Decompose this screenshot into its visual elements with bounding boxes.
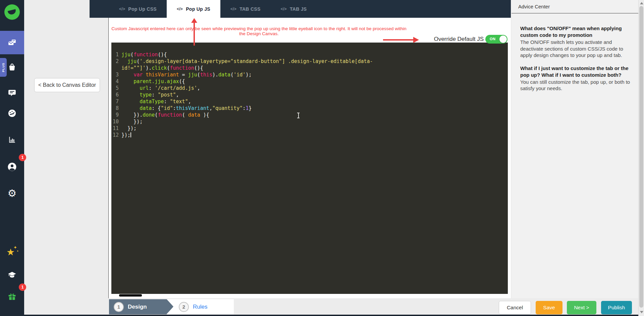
line-number bbox=[111, 65, 121, 71]
sidebar-item-analytics[interactable] bbox=[0, 129, 24, 150]
code-line[interactable]: 9 }).done(function( data ){ bbox=[111, 112, 508, 118]
step-design[interactable]: 1 Design bbox=[109, 299, 167, 314]
code-line[interactable]: 4 parent.jju.ajax({ bbox=[111, 78, 508, 85]
sidebar-item-messages[interactable] bbox=[0, 82, 24, 103]
sidebar-item-promotions[interactable] bbox=[0, 31, 24, 54]
red-arrow-right-shaft bbox=[383, 39, 414, 41]
code-tag-icon: </> bbox=[281, 7, 287, 11]
tab-label: Pop Up CSS bbox=[128, 6, 157, 12]
advice-answer: The ON/OFF switch lets you activate and … bbox=[520, 39, 631, 59]
line-number: 11 bbox=[111, 125, 121, 132]
step-2-label: Rules bbox=[193, 304, 207, 310]
publish-button[interactable]: Publish bbox=[601, 301, 632, 314]
justuno-logo[interactable] bbox=[0, 0, 24, 24]
line-number: 7 bbox=[111, 98, 121, 105]
line-number: 12 bbox=[111, 132, 121, 138]
chat-bubble-icon bbox=[8, 88, 16, 97]
line-number: 10 bbox=[111, 118, 121, 125]
sidebar-item-whats-new[interactable]: ★ ✦ ✦ bbox=[0, 241, 24, 262]
page-scrollbar[interactable] bbox=[638, 0, 644, 316]
shopping-bag-icon bbox=[8, 63, 16, 71]
line-number: 6 bbox=[111, 91, 121, 98]
advice-question: What does "ON/OFF" mean when applying cu… bbox=[520, 25, 631, 39]
gauge-icon bbox=[7, 109, 17, 118]
code-line[interactable]: 10 }); bbox=[111, 118, 508, 125]
app-window: PLUS bbox=[0, 0, 644, 316]
code-tag-icon: </> bbox=[177, 7, 183, 11]
sidebar-item-settings[interactable]: ⚙ bbox=[0, 183, 24, 204]
tab-tab-js[interactable]: </>TAB JS bbox=[271, 0, 317, 18]
tab-label: TAB JS bbox=[290, 6, 307, 12]
line-number: 3 bbox=[111, 71, 121, 78]
line-number: 9 bbox=[111, 112, 121, 118]
advice-answer: You can still customize the tab, pop up,… bbox=[520, 79, 631, 92]
scroll-down-icon[interactable] bbox=[640, 311, 643, 313]
code-tag-icon: </> bbox=[119, 7, 125, 11]
code-line[interactable]: id!=""]').click(function(){ bbox=[111, 65, 508, 71]
graduation-cap-icon bbox=[7, 270, 17, 279]
code-line[interactable]: 7 dataType: "text", bbox=[111, 98, 508, 105]
code-tabs: </>Pop Up CSS</>Pop Up JS</>TAB CSS</>TA… bbox=[90, 0, 511, 18]
tab-label: TAB CSS bbox=[239, 6, 261, 12]
mouse-ibeam-cursor bbox=[297, 113, 300, 118]
cancel-button[interactable]: Cancel bbox=[499, 301, 531, 314]
code-line[interactable]: 6 type: "post", bbox=[111, 91, 508, 98]
line-number: 8 bbox=[111, 105, 121, 112]
code-line[interactable]: 8 data: {"id":thisVariant,"quantity":1} bbox=[111, 105, 508, 112]
code-line[interactable]: 12}); bbox=[111, 132, 508, 138]
sidebar-item-dashboard[interactable] bbox=[0, 103, 24, 124]
footer-bar: 1 Design 2 Rules Cancel Save Next > Publ… bbox=[24, 298, 644, 315]
red-arrow-up-shaft bbox=[194, 22, 195, 46]
tab-pop-up-css[interactable]: </>Pop Up CSS bbox=[109, 0, 167, 18]
advice-center-title: Advice Center bbox=[512, 0, 638, 13]
editor-hscrollbar-thumb[interactable] bbox=[119, 294, 142, 297]
code-line[interactable]: 11 }); bbox=[111, 125, 508, 132]
gear-icon: ⚙ bbox=[8, 188, 17, 198]
tab-pop-up-js[interactable]: </>Pop Up JS bbox=[167, 0, 220, 18]
line-number: 4 bbox=[111, 78, 121, 85]
code-line[interactable]: 5 url: '/cart/add.js', bbox=[111, 85, 508, 91]
text-caret bbox=[130, 132, 131, 137]
step-rules[interactable]: 2 Rules bbox=[167, 299, 234, 314]
advice-question: What if I just want to customize the tab… bbox=[520, 65, 631, 78]
window-bottom-edge bbox=[0, 315, 644, 316]
gift-badge: 1 bbox=[19, 283, 26, 291]
tab-label: Pop Up JS bbox=[186, 6, 210, 12]
gift-icon bbox=[7, 292, 17, 301]
scroll-up-icon[interactable] bbox=[640, 2, 643, 4]
override-default-js-toggle[interactable]: ON bbox=[485, 35, 507, 44]
back-to-canvas-button[interactable]: < Back to Canvas Editor bbox=[34, 78, 100, 92]
sidebar-item-commerce[interactable] bbox=[0, 57, 24, 77]
page-scrollbar-thumb[interactable] bbox=[639, 6, 643, 308]
advice-center-panel: Advice Center What does "ON/OFF" mean wh… bbox=[512, 0, 638, 298]
account-badge: 1 bbox=[19, 154, 26, 161]
step-2-number: 2 bbox=[179, 302, 189, 312]
toggle-state-label: ON bbox=[490, 37, 496, 41]
js-code-editor[interactable]: 1jju(function(){2 jju('.design-layer[dat… bbox=[111, 43, 508, 294]
code-line[interactable]: 1jju(function(){ bbox=[111, 51, 508, 58]
line-number: 5 bbox=[111, 85, 121, 91]
step-1-number: 1 bbox=[114, 302, 124, 312]
logo-circle-icon bbox=[4, 4, 20, 20]
account-circle-icon bbox=[7, 162, 17, 172]
line-number: 2 bbox=[111, 58, 121, 65]
sidebar-item-training[interactable] bbox=[0, 264, 24, 285]
override-default-js-label: Override Default JS bbox=[422, 36, 484, 43]
advice-center-body: What does "ON/OFF" mean when applying cu… bbox=[512, 13, 638, 92]
warning-text: Custom Javascript entered here can only … bbox=[111, 26, 407, 36]
code-tag-icon: </> bbox=[230, 7, 236, 11]
tab-tab-css[interactable]: </>TAB CSS bbox=[220, 0, 271, 18]
promotions-icon bbox=[8, 38, 16, 47]
bar-chart-icon bbox=[8, 135, 16, 144]
line-number: 1 bbox=[111, 51, 121, 58]
code-line[interactable]: 3 var thisVariant = jju(this).data('id')… bbox=[111, 71, 508, 78]
step-1-label: Design bbox=[128, 304, 147, 310]
star-sparkle-icon: ★ ✦ ✦ bbox=[6, 246, 18, 257]
toggle-knob[interactable] bbox=[499, 36, 507, 43]
sidebar: PLUS bbox=[0, 0, 24, 316]
red-arrow-right-icon bbox=[413, 37, 419, 43]
code-line[interactable]: 2 jju('.design-layer[data-layertype="sta… bbox=[111, 58, 508, 65]
next-button[interactable]: Next > bbox=[567, 301, 596, 314]
save-button[interactable]: Save bbox=[536, 301, 562, 314]
